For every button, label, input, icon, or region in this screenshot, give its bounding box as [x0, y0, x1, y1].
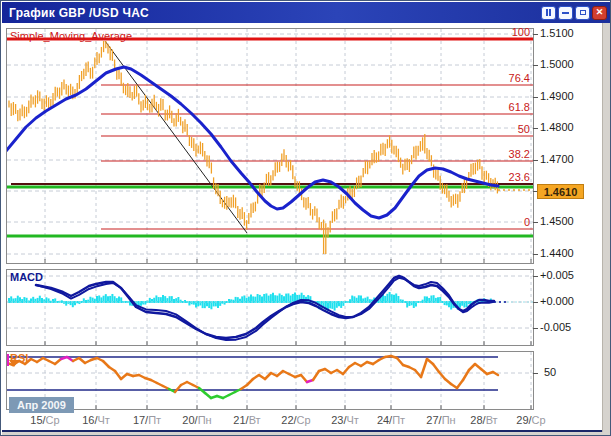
rsi-canvas [7, 352, 533, 409]
price-tick [533, 222, 538, 223]
fib-label: 61.8 [496, 101, 530, 113]
macd-panel[interactable] [6, 269, 534, 346]
date-weekday: Ср [297, 414, 311, 426]
date-number: 16/ [82, 414, 97, 426]
date-weekday: Вт [486, 414, 498, 426]
current-price-badge: 1.4610 [537, 184, 584, 199]
window-bottom-frame [2, 432, 611, 436]
macd-canvas [7, 270, 533, 345]
date-label: 22/Ср [281, 414, 310, 426]
date-label: 27/Пн [426, 414, 455, 426]
price-tick [533, 97, 538, 98]
macd-line [36, 276, 494, 338]
close-button[interactable]: ✕ [592, 6, 607, 20]
month-badge: Апр 2009 [9, 397, 74, 413]
date-number: 27/ [426, 414, 441, 426]
date-label: 29/Ср [516, 414, 545, 426]
date-weekday: Ср [46, 414, 60, 426]
rsi-panel[interactable] [6, 351, 534, 410]
price-label: 1.5000 [540, 58, 574, 70]
pause-icon [546, 9, 551, 16]
rsi-tick [533, 373, 538, 374]
price-tick [533, 160, 538, 161]
macd-tick [533, 328, 538, 329]
date-weekday: Чт [346, 414, 358, 426]
price-label: 1.4400 [540, 247, 574, 259]
price-tick [533, 34, 538, 35]
date-weekday: Пн [442, 414, 456, 426]
rsi-axis-label: 50 [544, 366, 556, 378]
fib-label: 0 [496, 216, 530, 228]
pin-button[interactable] [541, 6, 556, 20]
macd-axis-label: +0.005 [540, 269, 574, 281]
date-weekday: Пт [148, 414, 161, 426]
price-tick [533, 128, 538, 129]
rsi-indicator-label: RSI [10, 352, 28, 364]
fib-label: 100 [496, 26, 530, 38]
chart-window: График GBP /USD ЧАС ✕ Simple_Moving_Aver… [0, 0, 611, 436]
window-right-frame [602, 23, 611, 432]
date-number: 21/ [233, 414, 248, 426]
date-weekday: Пн [198, 414, 212, 426]
window-controls: ✕ [541, 6, 607, 20]
macd-tick [533, 276, 538, 277]
price-label: 1.4900 [540, 90, 574, 102]
close-icon: ✕ [596, 8, 604, 17]
fib-label: 76.4 [496, 72, 530, 84]
minimize-icon [562, 12, 569, 14]
date-number: 17/ [133, 414, 148, 426]
date-label: 20/Пн [182, 414, 211, 426]
macd-tick [533, 302, 538, 303]
date-weekday: Ср [532, 414, 546, 426]
sma-indicator-label: Simple_Moving_Average [10, 30, 132, 42]
restore-icon [580, 10, 586, 15]
macd-indicator-label: MACD [10, 271, 43, 283]
fib-label: 23.6 [496, 171, 530, 183]
price-label: 1.4800 [540, 121, 574, 133]
date-weekday: Чт [97, 414, 109, 426]
date-number: 28/ [470, 414, 485, 426]
price-chart-canvas [7, 29, 533, 263]
title-bar[interactable]: График GBP /USD ЧАС ✕ [2, 2, 611, 23]
macd-axis-label: -0.005 [540, 321, 571, 333]
date-number: 20/ [182, 414, 197, 426]
date-number: 29/ [516, 414, 531, 426]
window-title: График GBP /USD ЧАС [9, 6, 149, 20]
date-weekday: Вт [249, 414, 261, 426]
price-chart-panel[interactable] [6, 28, 534, 264]
date-label: 28/Вт [470, 414, 497, 426]
price-tick [533, 65, 538, 66]
date-label: 15/Ср [30, 414, 59, 426]
price-label: 1.4500 [540, 215, 574, 227]
restore-button[interactable] [575, 6, 590, 20]
date-label: 24/Пт [377, 414, 405, 426]
date-label: 16/Чт [82, 414, 110, 426]
date-label: 23/Чт [331, 414, 359, 426]
date-number: 15/ [30, 414, 45, 426]
date-number: 23/ [331, 414, 346, 426]
minimize-button[interactable] [558, 6, 573, 20]
date-number: 24/ [377, 414, 392, 426]
price-label: 1.4700 [540, 153, 574, 165]
fib-label: 50 [496, 123, 530, 135]
date-label: 17/Пт [133, 414, 161, 426]
date-weekday: Пт [392, 414, 405, 426]
price-label: 1.5100 [540, 27, 574, 39]
fib-label: 38.2 [496, 148, 530, 160]
macd-axis-label: +0.000 [540, 295, 574, 307]
date-number: 22/ [281, 414, 296, 426]
price-tick [533, 254, 538, 255]
date-label: 21/Вт [233, 414, 260, 426]
